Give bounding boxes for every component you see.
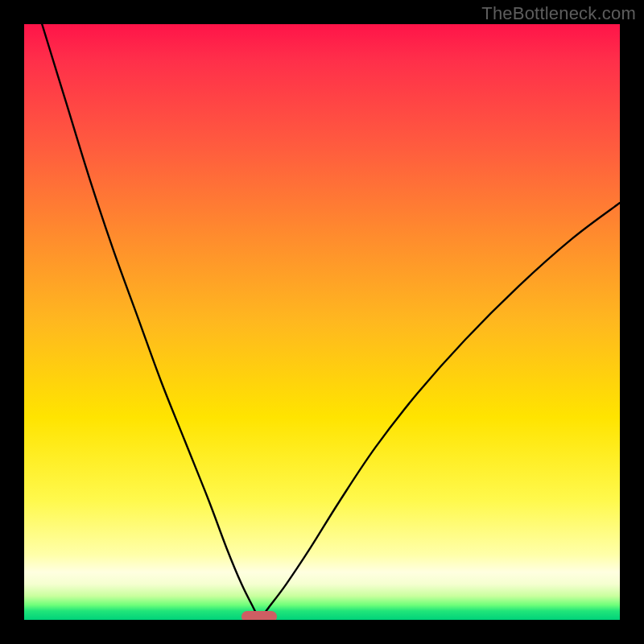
outer-frame: TheBottleneck.com <box>0 0 644 644</box>
bottleneck-marker <box>242 611 277 620</box>
gradient-background <box>24 24 620 620</box>
plot-area <box>24 24 620 620</box>
watermark-text: TheBottleneck.com <box>481 3 636 24</box>
